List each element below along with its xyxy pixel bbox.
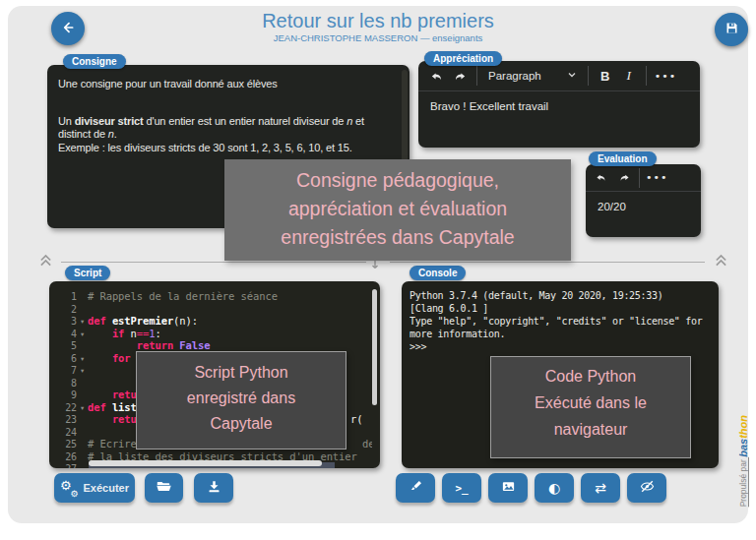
redo-button[interactable] (448, 64, 472, 88)
switch-view-button[interactable]: ⇄ (581, 473, 620, 503)
evaluation-toolbar: ••• (586, 164, 701, 192)
page-subtitle: JEAN-CHRISTOPHE MASSERON — enseignants (0, 32, 756, 43)
appreciation-label-pill: Appréciation (424, 51, 502, 66)
save-button[interactable] (715, 13, 748, 46)
annotation-capytale-storage: Consigne pédagogique,appréciation et éva… (224, 159, 571, 261)
script-label-pill: Script (65, 266, 110, 280)
consigne-label-pill: Consigne (63, 54, 126, 69)
swap-arrows-icon: ⇄ (595, 481, 606, 495)
evaluation-panel: ••• 20/20 (586, 164, 701, 237)
collapse-right-button[interactable] (715, 253, 727, 270)
console-line: more information. (410, 328, 713, 340)
evaluation-score-field[interactable]: 20/20 (598, 201, 693, 212)
script-vertical-scrollbar[interactable] (372, 289, 377, 405)
toolbar-separator (646, 66, 647, 86)
branding: Propulsé par basthon (734, 415, 752, 507)
divider-line (390, 262, 705, 263)
console-line: Python 3.7.4 (default, May 20 2020, 19:2… (410, 289, 713, 302)
toolbar-separator (476, 66, 477, 86)
theme-brush-button[interactable] (396, 473, 435, 503)
powered-by-text: Propulsé par (738, 456, 748, 507)
console-actions: >_ ◐ ⇄ (396, 473, 666, 503)
image-icon (501, 479, 516, 497)
code-line-1[interactable]: 1# Rappels de la dernière séance (55, 290, 372, 303)
contrast-icon: ◐ (548, 481, 560, 495)
folder-open-icon (156, 478, 172, 498)
script-horizontal-scrollbar[interactable] (89, 460, 322, 466)
download-button[interactable] (194, 473, 233, 503)
paragraph-format-select[interactable]: Paragraph (482, 70, 583, 82)
terminal-button[interactable]: >_ (442, 473, 481, 503)
bold-button[interactable]: B (594, 64, 617, 88)
code-line-4[interactable]: 4▾ if n==1: (55, 328, 372, 340)
console-line: >>> (410, 340, 713, 353)
undo-button[interactable] (589, 166, 612, 190)
open-file-button[interactable] (145, 473, 183, 503)
consigne-text: Une consigne pour un travail donné aux é… (47, 65, 410, 154)
console-line: [Clang 6.0.1 ] (410, 302, 713, 315)
terminal-icon: >_ (455, 482, 468, 495)
basthon-logo: bas (737, 438, 749, 456)
more-tools-button[interactable]: ••• (643, 166, 670, 190)
redo-button[interactable] (612, 166, 636, 190)
code-line-3[interactable]: 3▾def estPremier(n): (55, 315, 372, 328)
consigne-line1: Une consigne pour un travail donné aux é… (58, 78, 278, 90)
image-button[interactable] (488, 473, 528, 503)
console-line: Type "help", "copyright", "credits" or "… (410, 315, 713, 328)
save-floppy-icon (724, 21, 739, 38)
italic-button[interactable]: I (617, 64, 641, 88)
undo-button[interactable] (424, 64, 448, 88)
consigne-example: Exemple : les diviseurs stricts de 30 so… (58, 142, 352, 153)
paintbrush-icon (409, 479, 423, 497)
code-line-5[interactable]: 5 return False (55, 339, 372, 352)
appreciation-panel: Paragraph B I ••• Bravo ! Excellent trav… (418, 61, 700, 148)
collapse-left-button[interactable] (39, 253, 52, 270)
annotation-script-storage: Script Pythonenregistré dansCapytale (136, 351, 346, 450)
download-icon (207, 479, 221, 497)
more-tools-button[interactable]: ••• (652, 64, 679, 88)
toolbar-separator (639, 168, 640, 188)
execute-button[interactable]: ⚙⚙ Exécuter (54, 473, 135, 503)
eye-slash-icon (639, 478, 656, 498)
appreciation-textarea[interactable]: Bravo ! Excellent travail (430, 100, 692, 112)
page-title: Retour sur les nb premiers (0, 10, 756, 32)
gears-icon: ⚙⚙ (60, 480, 78, 496)
capytale-window: Retour sur les nb premiers JEAN-CHRISTOP… (0, 0, 756, 540)
console-label-pill: Console (410, 266, 466, 280)
divider-line (61, 262, 366, 263)
evaluation-label-pill: Evaluation (589, 151, 657, 166)
hide-button[interactable] (627, 473, 666, 503)
paragraph-label: Paragraph (488, 70, 541, 82)
annotation-console-execution: Code PythonExécuté dans lenavigateur (490, 356, 691, 458)
code-line-2[interactable]: 2 (55, 303, 372, 316)
toolbar-separator (588, 66, 589, 86)
contrast-button[interactable]: ◐ (535, 473, 574, 503)
chevron-down-icon (567, 70, 577, 82)
